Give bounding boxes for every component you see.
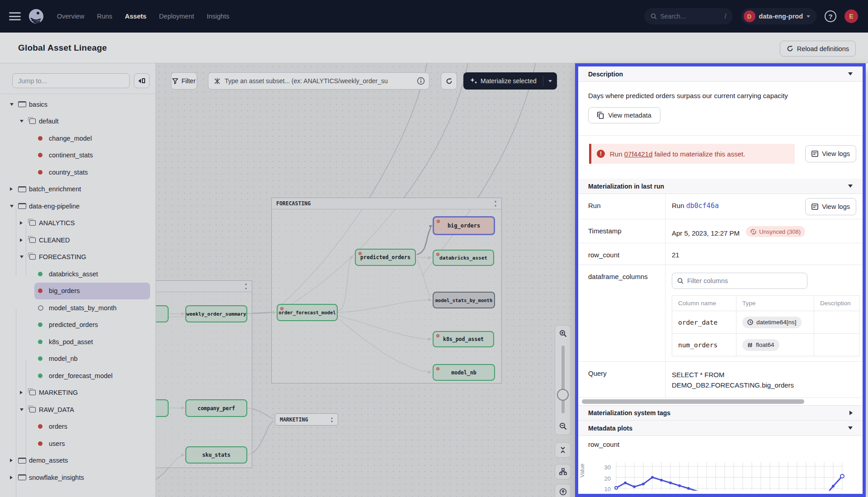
expand-group-icon[interactable]: ▴▾ (330, 416, 333, 423)
zoom-out-icon (559, 422, 567, 430)
asset-tree-item[interactable]: ANALYTICS (0, 215, 156, 232)
caret-icon[interactable] (20, 221, 28, 225)
materialize-selected-button[interactable]: Materialize selected (463, 72, 557, 90)
collapse-sidebar-button[interactable] (134, 73, 150, 88)
caret-icon[interactable] (20, 120, 28, 123)
caret-icon[interactable] (10, 187, 18, 191)
asset-node-weekly_order_summary[interactable]: weekly_order_summary (185, 305, 247, 322)
filter-button[interactable]: Filter (171, 72, 197, 90)
tree-item-label: k8s_pod_asset (49, 338, 93, 346)
asset-tree-item[interactable]: demo_assets (0, 452, 156, 469)
asset-tree-item[interactable]: orders (0, 418, 156, 435)
relayout-graph-button[interactable] (555, 464, 571, 479)
caret-icon[interactable] (10, 103, 18, 106)
caret-icon[interactable] (20, 256, 28, 258)
view-metadata-button[interactable]: View metadata (588, 107, 660, 123)
asset-tree-item[interactable]: data-eng-pipeline (0, 198, 156, 215)
nav-item[interactable]: Insights (207, 13, 229, 20)
metadata-plots-section-header[interactable]: Metadata plots (578, 421, 863, 436)
nav-item[interactable]: Deployment (159, 13, 194, 20)
search-input[interactable]: Search... / (644, 8, 733, 24)
asset-tree-item[interactable]: continent_stats (0, 147, 156, 164)
asset-node-sku_stats[interactable]: sku_stats (185, 446, 247, 464)
info-icon[interactable] (417, 77, 425, 85)
asset-node-k8s_pod_asset[interactable]: k8s_pod_asset (433, 331, 494, 347)
jump-to-input[interactable]: Jump to... (12, 73, 130, 88)
asset-tree-item[interactable]: order_forecast_model (0, 367, 156, 384)
caret-icon[interactable] (20, 238, 28, 242)
asset-node-label: order_forecast_model (278, 310, 335, 315)
asset-tree-item[interactable]: basics (0, 96, 156, 113)
run-id-link[interactable]: db0cf46a (686, 202, 719, 210)
asset-node-company_perf[interactable]: company_perf (185, 399, 247, 417)
lineage-canvas[interactable]: ▾▴ FORECASTING ▾▴ MARKETING ▴▾ weekly_or… (156, 63, 575, 497)
asset-tree-item[interactable]: batch_enrichment (0, 181, 156, 198)
asset-tree-item[interactable]: RAW_DATA (0, 401, 156, 418)
unsynced-badge[interactable]: Unsynced (308) (746, 226, 805, 237)
menu-icon[interactable] (9, 12, 21, 20)
dagster-logo-icon[interactable] (28, 8, 44, 24)
caret-icon[interactable] (20, 408, 28, 411)
asset-tree-item[interactable]: default (0, 113, 156, 130)
asset-tree-item[interactable]: change_model (0, 130, 156, 147)
caret-icon[interactable] (10, 459, 18, 462)
caret-icon[interactable] (10, 205, 18, 208)
asset-node-partial[interactable] (156, 399, 169, 417)
tree-item-icon (38, 305, 49, 311)
asset-tree-item[interactable]: CLEANED (0, 232, 156, 249)
asset-tree-item[interactable]: predicted_orders (0, 317, 156, 334)
row-count-line-chart[interactable] (613, 455, 846, 491)
caret-icon[interactable] (10, 476, 18, 479)
marketing-group-collapsed[interactable]: MARKETING ▴▾ (275, 413, 338, 426)
refresh-graph-button[interactable] (441, 72, 457, 90)
description-section-header[interactable]: Description (578, 66, 863, 82)
zoom-slider-track[interactable] (561, 346, 565, 413)
view-logs-button[interactable]: View logs (805, 198, 856, 215)
nav-item[interactable]: Assets (125, 13, 146, 20)
system-tags-section-header[interactable]: Materialization system tags (578, 405, 863, 421)
asset-tree-item[interactable]: FORECASTING (0, 249, 156, 266)
nav-item[interactable]: Runs (97, 13, 112, 20)
asset-tree-item[interactable]: MARKETING (0, 384, 156, 402)
horizontal-scrollbar-thumb[interactable] (582, 399, 804, 404)
zoom-out-button[interactable] (555, 418, 571, 434)
asset-node-big_orders[interactable]: big_orders (433, 216, 495, 235)
failed-run-link[interactable]: 07f4421d (624, 150, 653, 158)
description-text: Days where predicted orders surpass our … (588, 92, 853, 99)
collapse-group-icon[interactable]: ▾▴ (494, 200, 497, 207)
asset-tree-item[interactable]: big_orders (34, 283, 150, 300)
collapse-group-icon[interactable]: ▾▴ (245, 283, 247, 290)
asset-node-model_nb[interactable]: model_nb (433, 364, 495, 381)
filter-columns-input[interactable]: Filter columns (672, 273, 807, 289)
recenter-button[interactable] (555, 484, 571, 497)
y-tick: 10 (595, 486, 611, 492)
nav-item[interactable]: Overview (57, 13, 84, 20)
forecasting-group-header[interactable]: FORECASTING ▾▴ (272, 198, 501, 209)
last-run-section-header[interactable]: Materialization in last run (578, 179, 863, 194)
analytics-group-header[interactable]: ▾▴ (156, 281, 252, 292)
deployment-switcher[interactable]: D data-eng-prod (741, 8, 816, 24)
asset-tree-item[interactable]: model_stats_by_month (0, 299, 156, 317)
asset-node-model_stats_by_month[interactable]: model_stats_by_month (433, 292, 495, 308)
asset-tree-item[interactable]: databricks_asset (0, 265, 156, 283)
materialize-options-dropdown[interactable] (543, 80, 557, 82)
zoom-in-button[interactable] (555, 326, 571, 341)
asset-node-order_forecast_model[interactable]: order_forecast_model (277, 304, 338, 321)
reload-definitions-button[interactable]: Reload definitions (780, 41, 856, 57)
help-icon[interactable]: ? (825, 10, 836, 22)
asset-tree-item[interactable]: users (0, 435, 156, 452)
zoom-slider-handle[interactable] (557, 389, 569, 401)
asset-tree-item[interactable]: snowflake_insights (0, 469, 156, 486)
view-logs-label: View logs (822, 203, 850, 210)
asset-tree-item[interactable]: model_nb (0, 350, 156, 368)
asset-tree-item[interactable]: k8s_pod_asset (0, 333, 156, 350)
asset-node-partial[interactable] (156, 305, 169, 322)
asset-tree-item[interactable]: country_stats (0, 164, 156, 181)
view-logs-button[interactable]: View logs (805, 145, 856, 162)
asset-node-databricks_asset[interactable]: databricks_asset (433, 250, 494, 266)
asset-node-predicted_orders[interactable]: predicted_orders (355, 249, 416, 266)
caret-icon[interactable] (20, 391, 28, 394)
collapse-all-button[interactable] (555, 442, 571, 458)
asset-subset-input[interactable]: Type an asset subset... (ex: ANALYTICS/w… (208, 72, 429, 90)
avatar[interactable]: E (844, 9, 858, 23)
